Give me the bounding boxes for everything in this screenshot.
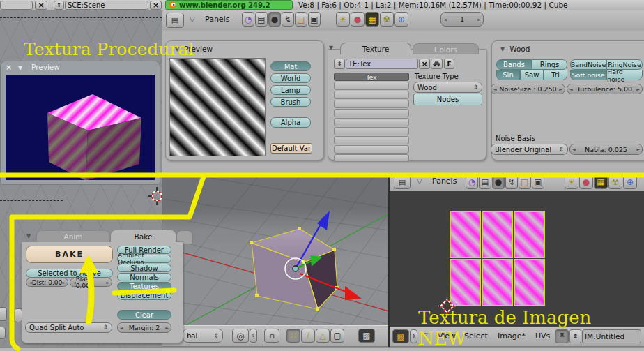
face-select-mode-icon[interactable]: △ (316, 329, 330, 343)
texture-datablock-field[interactable]: TE:Tex (346, 59, 418, 69)
lamp-buttons-icon[interactable]: ☀ (565, 175, 578, 189)
texture-channel-slot[interactable] (334, 127, 409, 135)
texture-channel-slot[interactable] (334, 82, 409, 90)
nodes-button[interactable]: Nodes (413, 94, 482, 105)
frame-number-stepper[interactable]: ◄ 1 ► (440, 12, 484, 27)
bands-button[interactable]: Bands (496, 59, 532, 70)
collapse-icon[interactable]: ▼ (500, 46, 505, 52)
logic-buttons-icon[interactable]: ◔ (466, 175, 478, 189)
scene-buttons-icon[interactable]: ▣ (532, 175, 544, 189)
tri-button[interactable]: Tri (544, 70, 567, 80)
texture-channel-slot[interactable] (334, 154, 409, 162)
orientation-dropdown[interactable]: bal ⇕ (183, 329, 223, 343)
radiosity-buttons-icon[interactable]: ☢ (380, 12, 394, 27)
tab-colors[interactable]: Colors (413, 43, 479, 54)
right-arrow-icon[interactable]: ► (165, 326, 169, 330)
right-arrow-icon[interactable]: ► (636, 87, 640, 91)
left-arrow-icon[interactable]: ◄ (493, 87, 497, 91)
header-menu-collapse-icon[interactable]: ▽ (417, 177, 422, 185)
textures-button[interactable]: Textures (117, 282, 171, 290)
noise-basis-dropdown[interactable]: Blender Original ⇕ (491, 144, 568, 155)
texture-channel-slot[interactable] (334, 118, 409, 126)
shadow-button[interactable]: Shadow (117, 264, 171, 272)
wood-panel-header[interactable]: ▼ Wood (495, 44, 638, 54)
texture-buttons-icon[interactable]: ▦ (594, 175, 608, 189)
material-buttons-icon[interactable]: ● (351, 12, 365, 27)
close-icon[interactable]: × (150, 1, 162, 10)
sin-button[interactable]: Sin (496, 70, 520, 80)
datablock-field-fragment[interactable] (0, 1, 33, 10)
right-arrow-icon[interactable]: ► (62, 281, 66, 285)
right-arrow-icon[interactable]: ► (559, 87, 562, 91)
uv-face-tile[interactable] (514, 211, 545, 258)
material-buttons-icon[interactable]: ● (579, 175, 593, 189)
texture-channel-slot[interactable] (334, 145, 409, 154)
turbulence-stepper[interactable]: ◄ Turbulence: 5.00 ► (567, 84, 643, 94)
texture-channel-slot[interactable] (334, 136, 409, 144)
world-buttons-icon[interactable]: ⊕ (623, 175, 637, 189)
tab-anim[interactable]: Anim (36, 230, 110, 242)
panels-menu[interactable]: Panels (205, 15, 229, 24)
saw-button[interactable]: Saw (520, 70, 544, 80)
editor-type-updown-icon[interactable]: ⇕ (410, 329, 417, 343)
ambient-occlusion-button[interactable]: Ambient Occlusio (117, 255, 171, 263)
snap-magnet-icon[interactable]: ∩ (264, 329, 279, 343)
render-preview-icon[interactable]: ▩ (358, 329, 375, 343)
panels-menu[interactable]: Panels (432, 177, 457, 186)
bandnoise-button[interactable]: BandNoise (570, 59, 606, 70)
shading-buttons-icon[interactable]: ● (268, 12, 281, 27)
close-icon[interactable]: × (6, 64, 15, 72)
texture-channel-slot[interactable] (334, 109, 409, 117)
left-arrow-icon[interactable]: ◄ (443, 17, 447, 22)
tab-bake[interactable]: Bake (110, 230, 176, 242)
normals-button[interactable]: Normals (117, 273, 171, 281)
radiosity-buttons-icon[interactable]: ☢ (608, 175, 622, 189)
texture-buttons-icon[interactable]: ▦ (365, 12, 379, 27)
unlink-icon[interactable]: × (419, 59, 430, 69)
edge-select-mode-icon[interactable]: / (301, 329, 315, 343)
shading-buttons-icon[interactable]: ● (492, 175, 505, 189)
tab-texture[interactable]: Texture (340, 43, 411, 54)
pivot-updown-icon[interactable]: ⇕ (250, 329, 257, 343)
world-buttons-icon[interactable]: ⊕ (394, 12, 408, 27)
soft-noise-button[interactable]: Soft noise (570, 70, 606, 80)
right-arrow-icon[interactable]: ► (106, 281, 109, 285)
uv-unwrap-grid[interactable] (450, 211, 546, 307)
texture-channel-active[interactable]: Tex (334, 73, 409, 81)
script-buttons-icon[interactable]: ▤ (255, 12, 268, 27)
texture-browse-icon[interactable]: ⇕ (334, 59, 345, 69)
scene-name-field[interactable]: SCE:Scene (65, 1, 148, 10)
editing-buttons-icon[interactable]: □ (295, 12, 307, 27)
margin-stepper[interactable]: ◄ Margin: 2 ► (117, 322, 171, 333)
object-buttons-icon[interactable]: ↯ (505, 175, 518, 189)
uv-face-tile[interactable] (482, 211, 513, 258)
bias-stepper[interactable]: ◄ Bias: 0.00 ► (70, 278, 112, 287)
uv-face-tile[interactable] (450, 211, 481, 258)
lamp-buttons-icon[interactable]: ☀ (336, 12, 350, 27)
uv-face-tile[interactable] (482, 259, 513, 306)
uv-face-tile[interactable] (514, 259, 545, 306)
bake-button[interactable]: BAKE (26, 246, 113, 263)
window-type-icon[interactable]: ▤ (166, 13, 184, 28)
right-arrow-icon[interactable]: ► (636, 147, 640, 151)
hard-noise-button[interactable]: Hard noise (606, 70, 643, 80)
alpha-button[interactable]: Alpha (270, 117, 311, 128)
nabla-stepper[interactable]: ◄ Nabla: 0.025 ► (569, 144, 643, 155)
scene-buttons-icon[interactable]: ▣ (308, 12, 321, 27)
header-menu-collapse-icon[interactable]: ▽ (190, 15, 195, 23)
left-arrow-icon[interactable]: ◄ (569, 87, 573, 91)
texture-channel-slot[interactable] (334, 91, 409, 99)
vertex-select-mode-icon[interactable]: ∷ (286, 329, 300, 343)
preview-world-button[interactable]: World (270, 73, 311, 83)
editing-buttons-icon[interactable]: □ (519, 175, 531, 189)
collapse-icon[interactable]: ▼ (26, 233, 31, 239)
preview-brush-button[interactable]: Brush (270, 97, 311, 107)
object-buttons-icon[interactable]: ↯ (282, 12, 294, 27)
left-arrow-icon[interactable]: ◄ (572, 147, 576, 151)
occlude-geometry-icon[interactable]: ▢ (330, 329, 344, 343)
texture-type-dropdown[interactable]: Wood ⇕ (413, 82, 482, 93)
texture-channel-slot[interactable] (334, 100, 409, 108)
auto-name-icon[interactable] (431, 59, 443, 69)
dist-stepper[interactable]: ◄ Dist: 0.00 ► (26, 278, 68, 287)
script-buttons-icon[interactable]: ▤ (479, 175, 491, 189)
